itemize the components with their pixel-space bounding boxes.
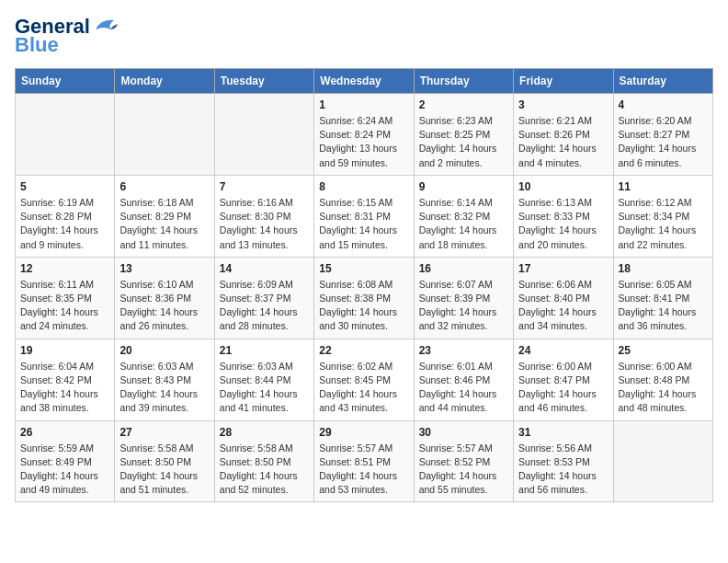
day-info: Sunrise: 6:24 AMSunset: 8:24 PMDaylight:… (319, 114, 408, 170)
day-number: 12 (20, 262, 109, 275)
calendar-cell: 25Sunrise: 6:00 AMSunset: 8:48 PMDayligh… (613, 339, 712, 420)
calendar-cell: 10Sunrise: 6:13 AMSunset: 8:33 PMDayligh… (514, 175, 613, 257)
day-info: Sunrise: 5:57 AMSunset: 8:52 PMDaylight:… (419, 442, 508, 498)
day-number: 10 (518, 180, 608, 193)
weekday-wednesday: Wednesday (314, 69, 414, 94)
day-info: Sunrise: 6:23 AMSunset: 8:25 PMDaylight:… (419, 114, 508, 170)
day-info: Sunrise: 6:01 AMSunset: 8:46 PMDaylight:… (419, 360, 508, 416)
calendar-cell: 5Sunrise: 6:19 AMSunset: 8:28 PMDaylight… (16, 175, 115, 257)
day-number: 9 (419, 180, 508, 193)
day-number: 26 (20, 426, 109, 439)
day-info: Sunrise: 5:59 AMSunset: 8:49 PMDaylight:… (20, 442, 109, 498)
day-info: Sunrise: 6:18 AMSunset: 8:29 PMDaylight:… (119, 196, 209, 252)
day-info: Sunrise: 6:21 AMSunset: 8:26 PMDaylight:… (518, 114, 608, 170)
calendar-week-3: 12Sunrise: 6:11 AMSunset: 8:35 PMDayligh… (16, 257, 713, 339)
day-info: Sunrise: 6:20 AMSunset: 8:27 PMDaylight:… (619, 114, 708, 170)
day-number: 23 (419, 344, 508, 357)
calendar-cell: 31Sunrise: 5:56 AMSunset: 8:53 PMDayligh… (514, 420, 613, 502)
day-info: Sunrise: 6:07 AMSunset: 8:39 PMDaylight:… (419, 278, 508, 334)
day-number: 6 (119, 180, 209, 193)
day-info: Sunrise: 5:58 AMSunset: 8:50 PMDaylight:… (119, 442, 209, 498)
calendar-cell: 2Sunrise: 6:23 AMSunset: 8:25 PMDaylight… (414, 94, 513, 176)
day-info: Sunrise: 6:19 AMSunset: 8:28 PMDaylight:… (20, 196, 109, 252)
calendar-cell: 18Sunrise: 6:05 AMSunset: 8:41 PMDayligh… (613, 257, 712, 339)
day-number: 21 (220, 344, 309, 357)
weekday-header-row: SundayMondayTuesdayWednesdayThursdayFrid… (16, 69, 713, 94)
day-number: 25 (619, 344, 708, 357)
calendar-cell: 20Sunrise: 6:03 AMSunset: 8:43 PMDayligh… (115, 339, 214, 420)
calendar-cell: 6Sunrise: 6:18 AMSunset: 8:29 PMDaylight… (115, 175, 214, 257)
calendar-cell: 9Sunrise: 6:14 AMSunset: 8:32 PMDaylight… (414, 175, 513, 257)
calendar-week-2: 5Sunrise: 6:19 AMSunset: 8:28 PMDaylight… (16, 175, 713, 257)
calendar-cell: 19Sunrise: 6:04 AMSunset: 8:42 PMDayligh… (16, 339, 115, 420)
day-info: Sunrise: 6:09 AMSunset: 8:37 PMDaylight:… (220, 278, 309, 334)
day-number: 24 (518, 344, 608, 357)
day-info: Sunrise: 6:14 AMSunset: 8:32 PMDaylight:… (419, 196, 508, 252)
day-number: 15 (319, 262, 408, 275)
weekday-friday: Friday (514, 69, 613, 94)
day-info: Sunrise: 5:58 AMSunset: 8:50 PMDaylight:… (220, 442, 309, 498)
day-number: 3 (518, 98, 608, 111)
logo: General Blue (15, 15, 118, 57)
calendar-cell: 3Sunrise: 6:21 AMSunset: 8:26 PMDaylight… (514, 94, 613, 176)
calendar-week-5: 26Sunrise: 5:59 AMSunset: 8:49 PMDayligh… (16, 420, 713, 502)
day-number: 1 (319, 98, 408, 111)
calendar-cell: 4Sunrise: 6:20 AMSunset: 8:27 PMDaylight… (613, 94, 712, 176)
day-number: 29 (319, 426, 408, 439)
calendar-cell: 15Sunrise: 6:08 AMSunset: 8:38 PMDayligh… (314, 257, 414, 339)
day-info: Sunrise: 6:03 AMSunset: 8:43 PMDaylight:… (119, 360, 209, 416)
weekday-thursday: Thursday (414, 69, 513, 94)
calendar-cell: 30Sunrise: 5:57 AMSunset: 8:52 PMDayligh… (414, 420, 513, 502)
calendar-cell: 22Sunrise: 6:02 AMSunset: 8:45 PMDayligh… (314, 339, 414, 420)
day-info: Sunrise: 6:03 AMSunset: 8:44 PMDaylight:… (220, 360, 309, 416)
calendar-cell: 14Sunrise: 6:09 AMSunset: 8:37 PMDayligh… (214, 257, 313, 339)
day-info: Sunrise: 6:08 AMSunset: 8:38 PMDaylight:… (319, 278, 408, 334)
day-info: Sunrise: 6:04 AMSunset: 8:42 PMDaylight:… (20, 360, 109, 416)
logo-bird-icon (92, 17, 118, 37)
calendar-cell: 8Sunrise: 6:15 AMSunset: 8:31 PMDaylight… (314, 175, 414, 257)
calendar-cell: 12Sunrise: 6:11 AMSunset: 8:35 PMDayligh… (16, 257, 115, 339)
day-number: 18 (619, 262, 708, 275)
day-info: Sunrise: 6:00 AMSunset: 8:47 PMDaylight:… (518, 360, 608, 416)
calendar-cell (214, 94, 313, 176)
calendar-cell: 29Sunrise: 5:57 AMSunset: 8:51 PMDayligh… (314, 420, 414, 502)
day-info: Sunrise: 6:02 AMSunset: 8:45 PMDaylight:… (319, 360, 408, 416)
weekday-sunday: Sunday (16, 69, 115, 94)
day-info: Sunrise: 6:05 AMSunset: 8:41 PMDaylight:… (619, 278, 708, 334)
calendar-cell: 16Sunrise: 6:07 AMSunset: 8:39 PMDayligh… (414, 257, 513, 339)
weekday-saturday: Saturday (613, 69, 712, 94)
day-number: 31 (518, 426, 608, 439)
day-info: Sunrise: 6:00 AMSunset: 8:48 PMDaylight:… (619, 360, 708, 416)
day-info: Sunrise: 6:15 AMSunset: 8:31 PMDaylight:… (319, 196, 408, 252)
calendar-table: SundayMondayTuesdayWednesdayThursdayFrid… (15, 68, 713, 502)
calendar-cell: 21Sunrise: 6:03 AMSunset: 8:44 PMDayligh… (214, 339, 313, 420)
calendar-cell: 24Sunrise: 6:00 AMSunset: 8:47 PMDayligh… (514, 339, 613, 420)
calendar-week-1: 1Sunrise: 6:24 AMSunset: 8:24 PMDaylight… (16, 94, 713, 176)
calendar-cell: 11Sunrise: 6:12 AMSunset: 8:34 PMDayligh… (613, 175, 712, 257)
calendar-cell: 1Sunrise: 6:24 AMSunset: 8:24 PMDaylight… (314, 94, 414, 176)
calendar-cell (16, 94, 115, 176)
day-number: 20 (119, 344, 209, 357)
logo-blue-text: Blue (15, 33, 59, 57)
calendar-body: 1Sunrise: 6:24 AMSunset: 8:24 PMDaylight… (16, 94, 713, 502)
calendar-cell: 23Sunrise: 6:01 AMSunset: 8:46 PMDayligh… (414, 339, 513, 420)
day-number: 17 (518, 262, 608, 275)
calendar-cell: 27Sunrise: 5:58 AMSunset: 8:50 PMDayligh… (115, 420, 214, 502)
day-number: 19 (20, 344, 109, 357)
weekday-tuesday: Tuesday (214, 69, 313, 94)
day-number: 27 (119, 426, 209, 439)
calendar-cell: 26Sunrise: 5:59 AMSunset: 8:49 PMDayligh… (16, 420, 115, 502)
calendar-cell (115, 94, 214, 176)
day-number: 14 (220, 262, 309, 275)
calendar-cell: 17Sunrise: 6:06 AMSunset: 8:40 PMDayligh… (514, 257, 613, 339)
day-number: 7 (220, 180, 309, 193)
calendar-cell: 7Sunrise: 6:16 AMSunset: 8:30 PMDaylight… (214, 175, 313, 257)
calendar-week-4: 19Sunrise: 6:04 AMSunset: 8:42 PMDayligh… (16, 339, 713, 420)
day-info: Sunrise: 6:10 AMSunset: 8:36 PMDaylight:… (119, 278, 209, 334)
day-number: 13 (119, 262, 209, 275)
day-number: 22 (319, 344, 408, 357)
day-info: Sunrise: 5:57 AMSunset: 8:51 PMDaylight:… (319, 442, 408, 498)
weekday-monday: Monday (115, 69, 214, 94)
day-number: 30 (419, 426, 508, 439)
calendar-cell: 28Sunrise: 5:58 AMSunset: 8:50 PMDayligh… (214, 420, 313, 502)
